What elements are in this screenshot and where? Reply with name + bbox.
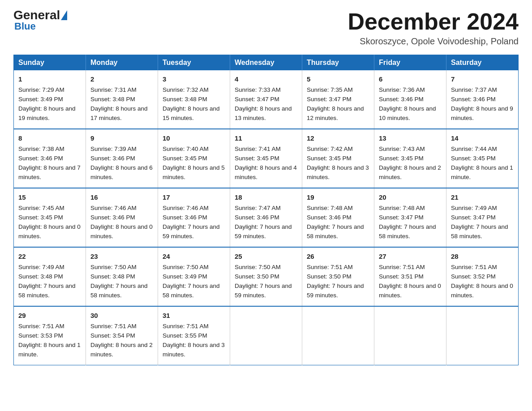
day-number: 21 xyxy=(451,192,514,202)
day-info: Sunrise: 7:36 AMSunset: 3:46 PMDaylight:… xyxy=(379,86,436,121)
day-info: Sunrise: 7:51 AMSunset: 3:52 PMDaylight:… xyxy=(451,264,513,299)
day-info: Sunrise: 7:32 AMSunset: 3:48 PMDaylight:… xyxy=(163,86,220,121)
day-number: 27 xyxy=(379,251,442,261)
day-number: 24 xyxy=(163,251,225,261)
calendar-day-cell: 9Sunrise: 7:39 AMSunset: 3:46 PMDaylight… xyxy=(86,129,158,188)
day-info: Sunrise: 7:50 AMSunset: 3:50 PMDaylight:… xyxy=(235,264,292,299)
weekday-header-row: SundayMondayTuesdayWednesdayThursdayFrid… xyxy=(14,55,519,71)
calendar-day-cell: 7Sunrise: 7:37 AMSunset: 3:46 PMDaylight… xyxy=(446,70,519,129)
day-info: Sunrise: 7:48 AMSunset: 3:46 PMDaylight:… xyxy=(307,205,364,240)
day-number: 23 xyxy=(90,251,153,261)
weekday-header-sunday: Sunday xyxy=(14,55,86,71)
day-number: 15 xyxy=(18,192,81,202)
day-number: 9 xyxy=(90,133,153,143)
page-header: General Blue December 2024 Skoroszyce, O… xyxy=(13,9,519,47)
calendar-day-cell: 17Sunrise: 7:46 AMSunset: 3:46 PMDayligh… xyxy=(158,188,230,247)
logo-triangle-icon xyxy=(61,10,67,20)
day-info: Sunrise: 7:51 AMSunset: 3:51 PMDaylight:… xyxy=(379,264,441,299)
weekday-header-thursday: Thursday xyxy=(302,55,374,71)
weekday-header-friday: Friday xyxy=(374,55,446,71)
day-number: 25 xyxy=(235,251,297,261)
calendar-day-cell: 20Sunrise: 7:48 AMSunset: 3:47 PMDayligh… xyxy=(374,188,446,247)
day-info: Sunrise: 7:45 AMSunset: 3:45 PMDaylight:… xyxy=(18,205,81,240)
day-info: Sunrise: 7:50 AMSunset: 3:48 PMDaylight:… xyxy=(90,264,148,299)
day-number: 19 xyxy=(307,192,369,202)
day-number: 1 xyxy=(18,74,81,84)
calendar-week-row: 8Sunrise: 7:38 AMSunset: 3:46 PMDaylight… xyxy=(14,129,519,188)
day-number: 11 xyxy=(235,133,297,143)
calendar-week-row: 1Sunrise: 7:29 AMSunset: 3:49 PMDaylight… xyxy=(14,70,519,129)
day-number: 8 xyxy=(18,133,81,143)
weekday-header-saturday: Saturday xyxy=(446,55,519,71)
calendar-day-cell: 30Sunrise: 7:51 AMSunset: 3:54 PMDayligh… xyxy=(86,306,158,365)
day-info: Sunrise: 7:39 AMSunset: 3:46 PMDaylight:… xyxy=(90,146,153,180)
calendar-day-cell: 27Sunrise: 7:51 AMSunset: 3:51 PMDayligh… xyxy=(374,247,446,306)
calendar-day-cell: 23Sunrise: 7:50 AMSunset: 3:48 PMDayligh… xyxy=(86,247,158,306)
calendar-day-cell: 2Sunrise: 7:31 AMSunset: 3:48 PMDaylight… xyxy=(86,70,158,129)
day-info: Sunrise: 7:49 AMSunset: 3:48 PMDaylight:… xyxy=(18,264,76,299)
month-year-title: December 2024 xyxy=(348,9,519,34)
day-info: Sunrise: 7:46 AMSunset: 3:46 PMDaylight:… xyxy=(90,205,153,240)
day-info: Sunrise: 7:51 AMSunset: 3:54 PMDaylight:… xyxy=(90,323,153,358)
calendar-day-cell: 25Sunrise: 7:50 AMSunset: 3:50 PMDayligh… xyxy=(230,247,302,306)
day-info: Sunrise: 7:48 AMSunset: 3:47 PMDaylight:… xyxy=(379,205,436,240)
day-number: 26 xyxy=(307,251,369,261)
calendar-day-cell: 12Sunrise: 7:42 AMSunset: 3:45 PMDayligh… xyxy=(302,129,374,188)
calendar-week-row: 29Sunrise: 7:51 AMSunset: 3:53 PMDayligh… xyxy=(14,306,519,365)
calendar-day-cell: 1Sunrise: 7:29 AMSunset: 3:49 PMDaylight… xyxy=(14,70,86,129)
calendar-day-cell: 11Sunrise: 7:41 AMSunset: 3:45 PMDayligh… xyxy=(230,129,302,188)
day-number: 13 xyxy=(379,133,442,143)
logo-blue-text: Blue xyxy=(14,21,36,32)
calendar-day-cell xyxy=(446,306,519,365)
calendar-day-cell: 19Sunrise: 7:48 AMSunset: 3:46 PMDayligh… xyxy=(302,188,374,247)
calendar-week-row: 15Sunrise: 7:45 AMSunset: 3:45 PMDayligh… xyxy=(14,188,519,247)
calendar-day-cell: 14Sunrise: 7:44 AMSunset: 3:45 PMDayligh… xyxy=(446,129,519,188)
calendar-day-cell: 13Sunrise: 7:43 AMSunset: 3:45 PMDayligh… xyxy=(374,129,446,188)
calendar-day-cell: 3Sunrise: 7:32 AMSunset: 3:48 PMDaylight… xyxy=(158,70,230,129)
day-number: 29 xyxy=(18,310,81,321)
day-info: Sunrise: 7:41 AMSunset: 3:45 PMDaylight:… xyxy=(235,146,297,180)
calendar-table: SundayMondayTuesdayWednesdayThursdayFrid… xyxy=(13,55,519,365)
weekday-header-wednesday: Wednesday xyxy=(230,55,302,71)
calendar-day-cell xyxy=(374,306,446,365)
day-info: Sunrise: 7:43 AMSunset: 3:45 PMDaylight:… xyxy=(379,146,441,180)
calendar-week-row: 22Sunrise: 7:49 AMSunset: 3:48 PMDayligh… xyxy=(14,247,519,306)
calendar-day-cell: 21Sunrise: 7:49 AMSunset: 3:47 PMDayligh… xyxy=(446,188,519,247)
day-info: Sunrise: 7:40 AMSunset: 3:45 PMDaylight:… xyxy=(163,146,225,180)
calendar-day-cell: 15Sunrise: 7:45 AMSunset: 3:45 PMDayligh… xyxy=(14,188,86,247)
day-info: Sunrise: 7:38 AMSunset: 3:46 PMDaylight:… xyxy=(18,146,81,180)
calendar-day-cell: 16Sunrise: 7:46 AMSunset: 3:46 PMDayligh… xyxy=(86,188,158,247)
day-number: 18 xyxy=(235,192,297,202)
calendar-day-cell: 22Sunrise: 7:49 AMSunset: 3:48 PMDayligh… xyxy=(14,247,86,306)
day-info: Sunrise: 7:35 AMSunset: 3:47 PMDaylight:… xyxy=(307,86,364,121)
day-number: 3 xyxy=(163,74,225,84)
weekday-header-tuesday: Tuesday xyxy=(158,55,230,71)
day-info: Sunrise: 7:51 AMSunset: 3:55 PMDaylight:… xyxy=(163,323,225,358)
day-info: Sunrise: 7:37 AMSunset: 3:46 PMDaylight:… xyxy=(451,86,513,121)
day-info: Sunrise: 7:44 AMSunset: 3:45 PMDaylight:… xyxy=(451,146,513,180)
calendar-day-cell: 29Sunrise: 7:51 AMSunset: 3:53 PMDayligh… xyxy=(14,306,86,365)
calendar-day-cell: 4Sunrise: 7:33 AMSunset: 3:47 PMDaylight… xyxy=(230,70,302,129)
day-number: 16 xyxy=(90,192,153,202)
calendar-day-cell: 28Sunrise: 7:51 AMSunset: 3:52 PMDayligh… xyxy=(446,247,519,306)
day-number: 14 xyxy=(451,133,514,143)
day-number: 31 xyxy=(163,310,225,321)
calendar-day-cell: 26Sunrise: 7:51 AMSunset: 3:50 PMDayligh… xyxy=(302,247,374,306)
day-info: Sunrise: 7:51 AMSunset: 3:53 PMDaylight:… xyxy=(18,323,81,358)
day-info: Sunrise: 7:46 AMSunset: 3:46 PMDaylight:… xyxy=(163,205,220,240)
day-number: 4 xyxy=(235,74,297,84)
day-number: 5 xyxy=(307,74,369,84)
day-number: 22 xyxy=(18,251,81,261)
day-number: 30 xyxy=(90,310,153,321)
day-number: 2 xyxy=(90,74,153,84)
day-number: 10 xyxy=(163,133,225,143)
day-number: 6 xyxy=(379,74,442,84)
day-info: Sunrise: 7:50 AMSunset: 3:49 PMDaylight:… xyxy=(163,264,220,299)
day-info: Sunrise: 7:31 AMSunset: 3:48 PMDaylight:… xyxy=(90,86,148,121)
calendar-day-cell: 6Sunrise: 7:36 AMSunset: 3:46 PMDaylight… xyxy=(374,70,446,129)
title-block: December 2024 Skoroszyce, Opole Voivodes… xyxy=(348,9,519,47)
day-number: 17 xyxy=(163,192,225,202)
day-number: 28 xyxy=(451,251,514,261)
day-info: Sunrise: 7:42 AMSunset: 3:45 PMDaylight:… xyxy=(307,146,369,180)
calendar-day-cell: 24Sunrise: 7:50 AMSunset: 3:49 PMDayligh… xyxy=(158,247,230,306)
